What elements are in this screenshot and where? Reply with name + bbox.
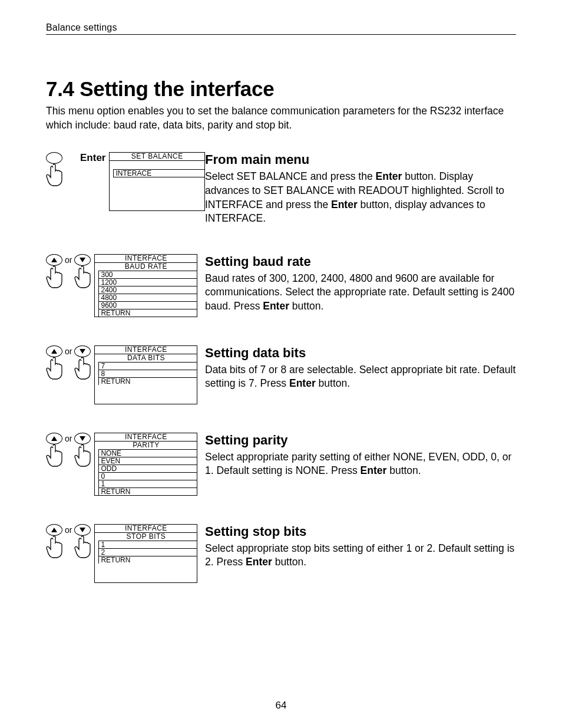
body-text: button. <box>316 377 350 389</box>
triangle-up-icon <box>51 436 57 441</box>
lcd-header: INTERFACE <box>95 346 197 354</box>
press-hand-icon <box>46 443 62 467</box>
lcd-header: INTERFACE <box>95 525 197 533</box>
body-bold: Enter <box>289 377 316 389</box>
lcd-item: EVEN <box>99 457 197 465</box>
section-heading: Setting stop bits <box>205 524 516 539</box>
up-button-icon <box>46 433 62 444</box>
section-body: Select appropriate parity setting of eit… <box>205 450 516 478</box>
page-number: 64 <box>0 700 562 711</box>
press-hand-icon <box>74 443 91 467</box>
page-title: 7.4 Setting the interface <box>46 77 516 101</box>
section-body: Baud rates of 300, 1200, 2400, 4800 and … <box>205 272 516 314</box>
lcd-item: ODD <box>99 465 197 473</box>
triangle-up-icon <box>51 528 57 532</box>
body-text: button. <box>386 465 421 476</box>
arrow-press-cluster: or <box>46 345 91 380</box>
lcd-item: 1200 <box>99 279 197 286</box>
lcd-item: 1 <box>99 480 197 488</box>
triangle-up-icon <box>51 258 57 262</box>
enter-label: Enter <box>80 152 105 164</box>
down-button-icon <box>74 433 91 444</box>
section-heading: Setting parity <box>205 433 516 448</box>
down-button-icon <box>74 345 91 357</box>
body-bold: Enter <box>246 556 272 568</box>
press-hand-icon <box>46 265 62 288</box>
lcd-set-balance: SET BALANCE INTERACE <box>109 152 205 211</box>
or-label: or <box>65 524 72 535</box>
lcd-item: 9600 <box>99 302 197 309</box>
or-label: or <box>65 433 72 443</box>
down-button-icon <box>74 254 91 266</box>
press-hand-icon <box>46 356 62 380</box>
triangle-up-icon <box>51 349 57 354</box>
lcd-item-selected: 7 <box>99 363 197 370</box>
lcd-item-selected: 2400 <box>99 286 197 294</box>
body-bold: Enter <box>361 465 387 476</box>
up-button-icon <box>46 254 62 266</box>
lcd-subheader: DATA BITS <box>95 354 197 362</box>
lcd-item-selected: NONE <box>99 450 197 457</box>
lcd-item: RETURN <box>99 378 197 385</box>
lcd-header: INTERFACE <box>95 433 197 442</box>
intro-text: This menu option enables you to set the … <box>46 104 516 132</box>
lcd-item: RETURN <box>99 556 197 564</box>
press-hand-icon <box>74 535 91 558</box>
enter-press-cluster: Enter <box>46 152 105 186</box>
section-heading: Setting baud rate <box>205 254 516 269</box>
running-head: Balance settings <box>46 22 516 35</box>
body-bold: Enter <box>263 300 289 312</box>
enter-button-icon <box>46 152 62 164</box>
body-text: Baud rates of 300, 1200, 2400, 4800 and … <box>205 272 514 312</box>
triangle-down-icon <box>80 528 85 532</box>
arrow-press-cluster: or <box>46 524 91 558</box>
lcd-baud-rate: INTERFACE BAUD RATE 300 1200 2400 4800 9… <box>94 254 197 317</box>
or-label: or <box>65 345 72 356</box>
body-text: Select appropriate parity setting of eit… <box>205 451 511 477</box>
lcd-item: INTERACE <box>113 169 204 177</box>
body-text: button. <box>272 556 306 568</box>
arrow-press-cluster: or <box>46 254 91 288</box>
lcd-header: SET BALANCE <box>110 153 204 161</box>
lcd-item: 8 <box>99 370 197 378</box>
lcd-item: 1 <box>99 541 197 549</box>
lcd-item: RETURN <box>99 309 197 317</box>
section-heading: Setting data bits <box>205 345 516 361</box>
section-body: Select appropriate stop bits setting of … <box>205 542 516 569</box>
triangle-down-icon <box>80 349 85 354</box>
lcd-item: 0 <box>99 473 197 480</box>
press-hand-icon <box>46 535 62 558</box>
lcd-parity: INTERFACE PARITY NONE EVEN ODD 0 1 RETUR… <box>94 433 197 496</box>
lcd-subheader: STOP BITS <box>95 533 197 541</box>
section-body: Data bits of 7 or 8 are selectable. Sele… <box>205 363 516 391</box>
press-hand-icon <box>74 265 91 288</box>
or-label: or <box>65 254 72 265</box>
up-button-icon <box>46 345 62 357</box>
press-hand-icon <box>74 356 91 380</box>
body-bold: Enter <box>376 170 402 182</box>
lcd-subheader: BAUD RATE <box>95 263 197 271</box>
up-button-icon <box>46 524 62 536</box>
lcd-item: 300 <box>99 271 197 279</box>
lcd-item: RETURN <box>99 488 197 495</box>
down-button-icon <box>74 524 91 536</box>
lcd-subheader: PARITY <box>95 442 197 449</box>
lcd-header: INTERFACE <box>95 255 197 263</box>
section-body: Select SET BALANCE and press the Enter b… <box>205 170 516 226</box>
body-text: button. <box>289 300 323 312</box>
section-heading: From main menu <box>205 152 516 167</box>
lcd-item: 4800 <box>99 294 197 302</box>
lcd-stop-bits: INTERFACE STOP BITS 1 2 RETURN <box>94 524 197 583</box>
triangle-down-icon <box>80 436 85 441</box>
body-text: Data bits of 7 or 8 are selectable. Sele… <box>205 364 515 390</box>
body-text: Select SET BALANCE and press the <box>205 170 376 182</box>
lcd-data-bits: INTERFACE DATA BITS 7 8 RETURN <box>94 345 197 404</box>
body-bold: Enter <box>331 199 358 210</box>
lcd-item-selected: 2 <box>99 549 197 556</box>
triangle-down-icon <box>80 258 85 262</box>
arrow-press-cluster: or <box>46 433 91 467</box>
press-hand-icon <box>46 163 62 186</box>
